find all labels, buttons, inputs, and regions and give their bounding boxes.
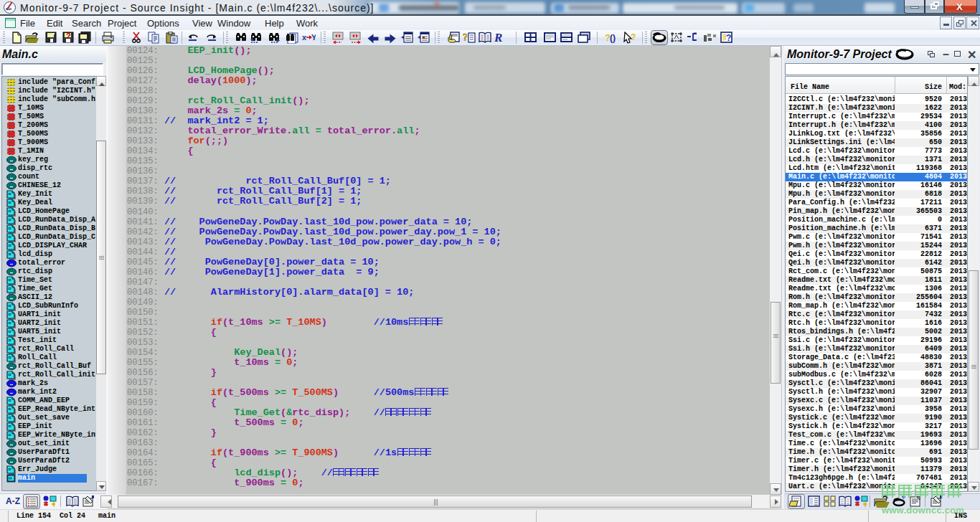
svg-text:?: ? [726, 33, 731, 43]
svg-text:x: x [302, 33, 307, 42]
svg-text:?: ? [631, 32, 636, 42]
svg-text:(): () [610, 33, 616, 43]
svg-text:?: ? [463, 32, 468, 43]
svg-text:?: ? [66, 32, 71, 40]
svg-text:Y: Y [311, 33, 316, 42]
